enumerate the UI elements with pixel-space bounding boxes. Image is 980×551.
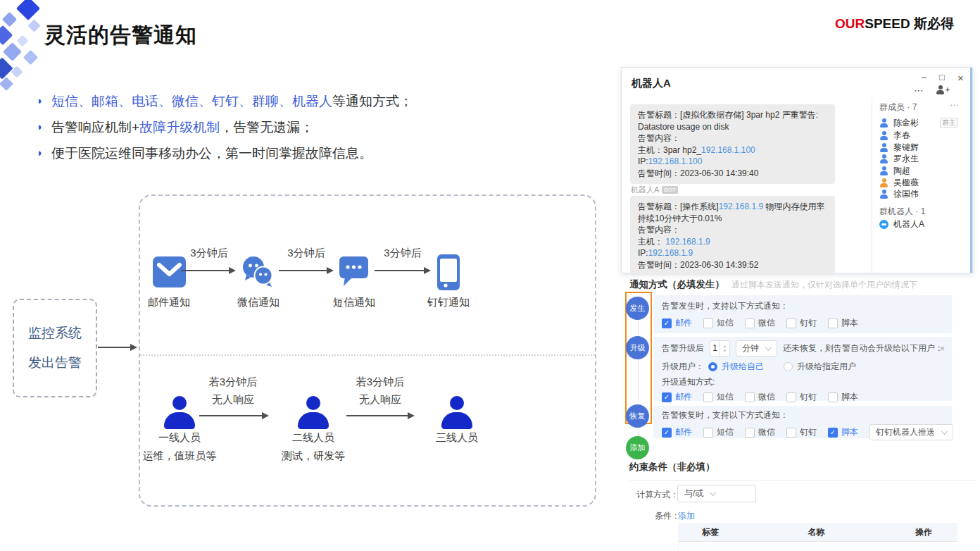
number-spinner[interactable]: ▴▾ — [720, 341, 729, 356]
check-icon: ✓ — [664, 394, 670, 401]
logo-part-red: OUR — [835, 16, 865, 31]
calc-method-label: 计算方式： — [636, 489, 679, 501]
alert-title: 告警标题：[操作系统]192.168.1.9 物理内存使用率持续10分钟大于0.… — [638, 201, 827, 224]
alert-message-1: 告警标题：[虚拟化数据存储] 3par hp2 严重警告: Datastore … — [630, 104, 835, 184]
checkbox-box: ✓ — [745, 318, 755, 328]
member-row[interactable]: 李春 — [879, 130, 910, 140]
radio-upgrade-assign[interactable]: 升级给指定用户 — [784, 361, 856, 373]
script-target-select[interactable]: 钉钉机器人推送 — [869, 424, 953, 440]
person-icon — [879, 190, 888, 199]
alert-ip-line: IP:192.168.1.100 — [638, 156, 827, 168]
upgrade-minutes-input[interactable]: 1▴▾ — [710, 340, 730, 357]
sidebar-divider — [872, 97, 872, 273]
checkbox-wechat[interactable]: ✓微信 — [745, 317, 775, 329]
person-icon — [879, 154, 888, 163]
upgrade-line-1: 告警升级后 1▴▾ 分钟 还未恢复，则告警自动会升级给以下用户： — [662, 340, 943, 357]
checkbox-mail[interactable]: ✓邮件 — [662, 426, 692, 438]
host-ip-link[interactable]: 192.168.1.9 — [665, 237, 710, 247]
bullet-line-3: ◗便于医院运维同事移动办公，第一时间掌握故障信息。 — [37, 144, 372, 163]
slide-page: 灵活的告警通知 OURSPEED 斯必得 ◗短信、邮箱、电话、微信、钉钉、群聊、… — [0, 0, 980, 551]
mail-icon — [153, 256, 186, 287]
checkbox-mail[interactable]: ✓邮件 — [662, 391, 692, 403]
flow-separator — [140, 354, 595, 356]
condition-add-link[interactable]: 添加 — [678, 510, 695, 522]
ip-link[interactable]: 192.168.1.100 — [648, 156, 703, 166]
radio-upgrade-self[interactable]: 升级给自己 — [708, 361, 764, 373]
arrow-label-1: 3分钟后 — [181, 247, 237, 260]
unit-select[interactable]: 分钟 — [736, 340, 777, 357]
alert-content-label: 告警内容： — [638, 224, 827, 236]
source-box-line2: 发出告警 — [28, 354, 82, 372]
ip-link[interactable]: 192.168.1.9 — [648, 248, 693, 258]
spinner-down-icon: ▾ — [724, 349, 726, 354]
checkbox-sms[interactable]: ✓短信 — [703, 391, 734, 403]
host-label: 主机：3par hp2_ — [638, 145, 701, 155]
add-stage-button[interactable]: 添加 — [626, 436, 649, 459]
member-row[interactable]: 吴楹薇 — [879, 178, 919, 187]
robot-name: 机器人A — [893, 218, 924, 230]
select-value: 钉钉机器人推送 — [876, 426, 935, 438]
deco-diamond — [17, 35, 29, 47]
window-scrollbar[interactable] — [970, 68, 972, 273]
chevron-down-icon — [941, 428, 948, 435]
node-label-wechat: 微信通知 — [230, 296, 287, 309]
company-logo: OURSPEED 斯必得 — [835, 15, 954, 33]
source-arrow — [98, 347, 136, 348]
alert-title-ip-link[interactable]: 192.168.1.9 — [719, 202, 763, 211]
message-sender: 机器人A BOT — [631, 185, 678, 195]
occur-channels: ✓邮件 ✓短信 ✓微信 ✓钉钉 ✓脚本 — [662, 317, 943, 329]
tier1-sub: 运维，值班员等 — [130, 450, 229, 463]
chevron-down-icon — [765, 344, 772, 351]
tier3-label: 三线人员 — [415, 431, 499, 445]
alert-host-line: 主机：3par hp2_192.168.1.100 — [638, 144, 827, 156]
flow-arrow — [181, 270, 234, 271]
person-icon-tier3 — [440, 396, 474, 429]
node-label-dingtalk: 钉钉通知 — [420, 296, 477, 309]
col-tag: 标签 — [678, 526, 743, 538]
notify-section-header: 通知方式（必填发生） 通过脚本发送通知，仅针对选择单个用户的情况下 — [629, 278, 917, 291]
alert-time: 告警时间：2023-06-30 14:39:52 — [638, 259, 827, 271]
members-header: 群成员 · 7 — [879, 101, 917, 113]
radio-label: 升级给指定用户 — [797, 361, 856, 373]
member-name: 李春 — [893, 130, 910, 142]
checkbox-dingtalk[interactable]: ✓钉钉 — [786, 426, 817, 438]
alert-message-2: 告警标题：[操作系统]192.168.1.9 物理内存使用率持续10分钟大于0.… — [630, 196, 835, 276]
checkbox-wechat[interactable]: ✓微信 — [745, 391, 775, 403]
checkbox-sms[interactable]: ✓短信 — [703, 426, 734, 438]
checkbox-dingtalk[interactable]: ✓钉钉 — [786, 391, 817, 403]
member-row[interactable]: 徐国伟 — [879, 189, 919, 199]
checkbox-dingtalk[interactable]: ✓钉钉 — [786, 317, 817, 329]
host-ip-link[interactable]: 192.168.1.100 — [701, 145, 755, 155]
add-member-icon[interactable]: + — [936, 85, 950, 94]
members-more-icon[interactable]: ⋯ — [950, 100, 959, 110]
chat-more-icon[interactable]: ⋯ — [914, 85, 924, 96]
checkbox-label: 钉钉 — [800, 426, 817, 438]
maximize-button[interactable]: □ — [939, 72, 945, 82]
checkbox-script[interactable]: ✓脚本 — [828, 391, 858, 403]
checkbox-script[interactable]: ✓脚本 — [828, 426, 858, 438]
deco-diamond — [0, 25, 13, 45]
upgrade-row-close-icon[interactable]: × — [940, 344, 945, 354]
member-row[interactable]: 陈金彬 — [879, 118, 919, 128]
member-row[interactable]: 罗永生 — [879, 154, 919, 163]
checkbox-mail[interactable]: ✓邮件 — [662, 317, 692, 329]
input-value: 1 — [710, 341, 720, 356]
robot-row[interactable]: 机器人A — [879, 219, 924, 229]
checkbox-box: ✓ — [786, 392, 796, 402]
sms-icon — [339, 256, 368, 288]
escalate-label-2b: 无人响应 — [348, 393, 412, 407]
checkbox-wechat[interactable]: ✓微信 — [745, 426, 775, 438]
close-button[interactable]: × — [957, 72, 964, 84]
check-icon: ✓ — [664, 429, 670, 436]
calc-method-select[interactable]: 与/或 — [677, 485, 756, 502]
deco-diamond — [16, 0, 40, 20]
minimize-button[interactable]: – — [922, 72, 926, 82]
tier2-sub: 测试，研发等 — [264, 450, 363, 463]
checkbox-sms[interactable]: ✓短信 — [703, 317, 734, 329]
alert-time: 告警时间：2023-06-30 14:39:40 — [638, 168, 827, 180]
member-row[interactable]: 黎键辉 — [879, 142, 919, 152]
checkbox-box: ✓ — [662, 428, 672, 438]
checkbox-script[interactable]: ✓脚本 — [828, 317, 858, 329]
upgrade-user-line: 升级用户： 升级给自己 升级给指定用户 — [662, 361, 943, 373]
member-row[interactable]: 陶超 — [879, 166, 910, 175]
